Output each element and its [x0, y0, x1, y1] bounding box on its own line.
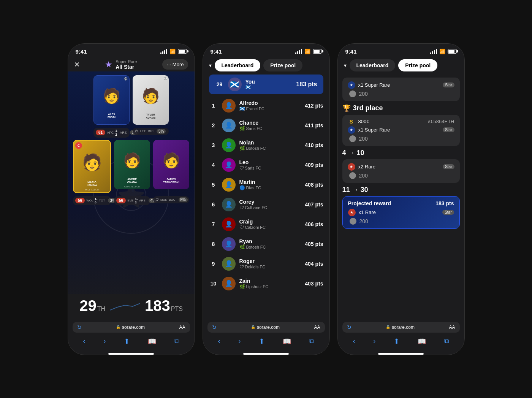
player-card-alex[interactable]: 🧑 ALEXIWOBI ⚽ — [93, 75, 130, 125]
info-9: Roger 🛡 Dokidis FC — [239, 258, 301, 270]
range-11-30-title: 11 → 30 — [342, 186, 460, 194]
rank-graph-container — [110, 300, 140, 311]
alex-team2: ARS — [120, 131, 127, 135]
tab-prize-pool-3[interactable]: Prize pool — [398, 59, 437, 71]
you-row[interactable]: 29 🏴󠁧󠁢󠁳󠁣󠁴󠁿 You 🏴󠁧󠁢󠁳󠁣󠁴󠁿 183 pts — [209, 75, 323, 94]
tab-prize-pool-2[interactable]: Prize pool — [263, 59, 302, 71]
projected-reward-card: Projected reward 183 pts ★ x1 Rare Star … — [342, 196, 460, 229]
bookmarks-button-1[interactable]: 📖 — [148, 337, 156, 346]
lb-row-8[interactable]: 8 👤 Ryan 🌿 Botosh FC 405 pts — [203, 234, 329, 254]
match-row-1: 61 AFC 1-2 ARS 5% ⏱ LEE BRI 5% — [71, 127, 192, 138]
dropdown-arrow-2[interactable]: ▾ — [209, 62, 212, 68]
coin-icon-4-10 — [349, 172, 356, 179]
tab-leaderboard-2[interactable]: Leaderboard — [215, 59, 261, 71]
third-place-title: 🏆 3rd place — [342, 104, 460, 113]
forward-button-2[interactable]: › — [238, 337, 241, 345]
back-button-3[interactable]: ‹ — [353, 337, 355, 345]
player-card-andre[interactable]: 🧑 ANDRÉONANA GOALKEEPER — [114, 140, 150, 189]
nav-bar-1: ‹ › ⬆ 📖 ⧉ — [68, 334, 195, 352]
third-place-label: 3rd place — [353, 104, 383, 112]
rare-icon-4-10: ★ — [348, 163, 355, 171]
browser-bar-3[interactable]: ↻ 🔒 sorare.com AA — [342, 322, 460, 333]
match-mario: 56 WOL 1-0 TOT 3% — [73, 195, 111, 205]
aa-button-2[interactable]: AA — [314, 325, 320, 330]
forward-button-3[interactable]: › — [373, 337, 375, 345]
lb-row-9[interactable]: 9 👤 Roger 🛡 Dokidis FC 404 pts — [203, 254, 329, 274]
time-2: 9:41 — [211, 48, 222, 55]
coin-amount-1st: 200 — [359, 91, 368, 97]
browser-bar-2[interactable]: ↻ 🔒 sorare.com AA — [207, 322, 325, 333]
prize-card-1st: ★ x1 Super Rare Star 200 — [342, 78, 460, 101]
tabs-button-2[interactable]: ⧉ — [309, 337, 314, 345]
player-card-mario[interactable]: C 🧑 MARIOLEMINA MIDFIELDER — [73, 140, 111, 193]
lb-row-4[interactable]: 4 👤 Leo 🛡 Saris FC 409 pts — [203, 155, 329, 175]
home-indicator-2 — [243, 353, 289, 355]
status-bar-2: 9:41 📶 — [203, 44, 329, 56]
back-button-1[interactable]: ‹ — [83, 337, 85, 345]
coin-icon-3rd — [349, 135, 356, 142]
url-text-3: sorare.com — [392, 325, 415, 330]
avatar-5: 👤 — [222, 178, 236, 192]
nav-bar-2: ‹ › ⬆ 📖 ⧉ — [203, 334, 329, 352]
lb-row-2[interactable]: 2 👤 Chance 🌿 Saris FC 411 pts — [203, 116, 329, 135]
bookmarks-button-2[interactable]: 📖 — [283, 337, 291, 346]
bookmarks-button-3[interactable]: 📖 — [418, 337, 426, 346]
share-button-1[interactable]: ⬆ — [124, 337, 130, 346]
rank-graph — [110, 300, 140, 311]
dropdown-arrow-3[interactable]: ▾ — [344, 62, 347, 68]
refresh-icon[interactable]: ↻ — [77, 324, 82, 330]
browser-url-2: 🔒 sorare.com — [251, 325, 280, 330]
title-main: All Star — [116, 64, 137, 70]
url-text-2: sorare.com — [257, 325, 280, 330]
info-6: Corey 🛡 Culhane FC — [239, 199, 301, 210]
tabs-button-3[interactable]: ⧉ — [444, 337, 449, 345]
alex-team1: AFC — [107, 131, 114, 135]
lb-row-10[interactable]: 10 👤 Zain 🌿 Lipshutz FC 403 pts — [203, 274, 329, 293]
forward-button-1[interactable]: › — [103, 337, 106, 345]
player-card-james[interactable]: 🧑 JAMESTARKOWSKI — [153, 140, 189, 189]
tabs-button-1[interactable]: ⧉ — [174, 337, 179, 345]
status-icons-2: 📶 — [295, 49, 322, 54]
refresh-icon-3[interactable]: ↻ — [347, 324, 352, 330]
cards-layout: 🧑 ALEXIWOBI ⚽ 🧑 TYLERADAMS ⚽ — [68, 71, 195, 294]
prize-label-1st-sr: x1 Super Rare — [358, 82, 439, 88]
battery-icon — [178, 49, 187, 54]
refresh-icon-2[interactable]: ↻ — [212, 324, 217, 330]
share-button-2[interactable]: ⬆ — [259, 337, 264, 346]
coin-icon-projected — [350, 218, 356, 225]
time-1: 9:41 — [76, 48, 87, 55]
alex-score: 1-2 — [115, 129, 118, 136]
close-button[interactable]: ✕ — [74, 60, 80, 69]
aa-button-1[interactable]: AA — [179, 325, 185, 330]
browser-url-1: 🔒 sorare.com — [116, 325, 145, 330]
info-2: Chance 🌿 Saris FC — [239, 120, 301, 131]
lb-row-6[interactable]: 6 👤 Corey 🛡 Culhane FC 407 pts — [203, 195, 329, 214]
star-title: ★ Super Rare All Star — [105, 59, 137, 70]
back-button-2[interactable]: ‹ — [218, 337, 220, 345]
prize-row-projected-coin: 200 — [350, 218, 454, 225]
more-button[interactable]: ··· More — [162, 59, 188, 70]
info-7: Craig 🛡 Calzoni FC — [239, 219, 301, 230]
pts-display: 183 PTS — [145, 297, 183, 314]
star-icon: ★ — [105, 60, 112, 70]
aa-button-3[interactable]: AA — [449, 325, 455, 330]
title-subtitle: Super Rare — [116, 59, 137, 64]
tyler-pct: 5% — [157, 129, 166, 134]
share-button-3[interactable]: ⬆ — [394, 337, 399, 346]
title-text: Super Rare All Star — [116, 59, 137, 70]
lb-row-7[interactable]: 7 👤 Craig 🛡 Calzoni FC 406 pts — [203, 214, 329, 234]
tyler-team1: LEE — [140, 129, 146, 133]
browser-bar-1[interactable]: ↻ 🔒 sorare.com AA — [73, 322, 190, 333]
tab-leaderboard-3[interactable]: Leaderboard — [350, 59, 396, 71]
prize-card-4-10: ★ x2 Rare Star 200 — [342, 159, 460, 183]
lb-row-3[interactable]: 3 👤 Nolan 🌿 Botosh FC 410 pts — [203, 135, 329, 155]
lb-row-1[interactable]: 1 👤 Alfredo 🏴󠁧󠁢󠁳󠁣󠁴󠁿 Franci FC 412 pts — [203, 96, 329, 116]
tyler-team2: BRI — [148, 129, 154, 133]
prize-pool-content: ★ x1 Super Rare Star 200 🏆 3rd place S 8… — [338, 75, 464, 320]
super-rare-icon-3rd: ★ — [348, 126, 355, 134]
lb-row-5[interactable]: 5 👤 Martin 🔵 Dias FC 408 pts — [203, 175, 329, 195]
cards-row-1: 🧑 ALEXIWOBI ⚽ 🧑 TYLERADAMS ⚽ — [93, 75, 169, 125]
player-card-tyler[interactable]: 🧑 TYLERADAMS ⚽ — [133, 75, 169, 125]
info-4: Leo 🛡 Saris FC — [239, 159, 301, 171]
avatar-9: 👤 — [222, 257, 236, 271]
